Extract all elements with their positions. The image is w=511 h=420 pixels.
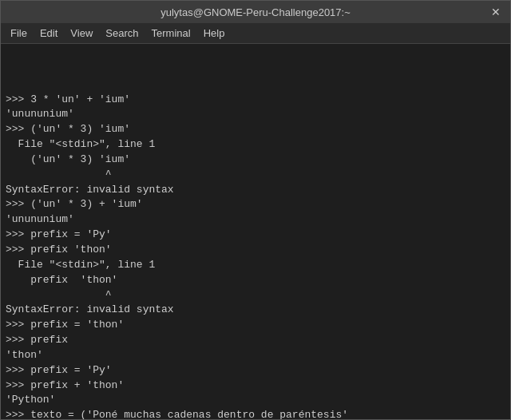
terminal-line: 'unununium' bbox=[6, 107, 505, 122]
terminal-line: 'Python' bbox=[6, 393, 505, 408]
menu-item-file[interactable]: File bbox=[4, 26, 34, 41]
terminal-line: >>> texto = ('Poné muchas cadenas dentro… bbox=[6, 408, 505, 419]
menu-item-view[interactable]: View bbox=[64, 26, 99, 41]
terminal-line: 'thon' bbox=[6, 348, 505, 363]
terminal-line: ('un' * 3) 'ium' bbox=[6, 153, 505, 168]
terminal-line: SyntaxError: invalid syntax bbox=[6, 303, 505, 318]
terminal-line: >>> 3 * 'un' + 'ium' bbox=[6, 93, 505, 108]
window-title: yulytas@GNOME-Peru-Challenge2017:~ bbox=[23, 6, 488, 18]
terminal-line: >>> prefix = 'Py' bbox=[6, 363, 505, 378]
terminal-body[interactable]: >>> 3 * 'un' + 'ium''unununium'>>> ('un'… bbox=[1, 44, 510, 419]
terminal-line: >>> prefix = 'thon' bbox=[6, 318, 505, 333]
close-button[interactable]: ✕ bbox=[488, 6, 504, 18]
menu-item-terminal[interactable]: Terminal bbox=[145, 26, 197, 41]
title-bar: yulytas@GNOME-Peru-Challenge2017:~ ✕ bbox=[1, 1, 510, 23]
terminal-line: File "<stdin>", line 1 bbox=[6, 258, 505, 273]
terminal-line: prefix 'thon' bbox=[6, 273, 505, 288]
terminal-line: >>> ('un' * 3) + 'ium' bbox=[6, 197, 505, 212]
menu-item-search[interactable]: Search bbox=[99, 26, 145, 41]
menu-item-help[interactable]: Help bbox=[197, 26, 232, 41]
terminal-line: ^ bbox=[6, 168, 505, 183]
menu-bar: FileEditViewSearchTerminalHelp bbox=[1, 23, 510, 44]
terminal-line: >>> ('un' * 3) 'ium' bbox=[6, 122, 505, 137]
terminal-line: >>> prefix bbox=[6, 333, 505, 348]
terminal-line: ^ bbox=[6, 288, 505, 303]
terminal-line: >>> prefix + 'thon' bbox=[6, 378, 505, 394]
terminal-line: File "<stdin>", line 1 bbox=[6, 137, 505, 153]
terminal-line: >>> prefix = 'Py' bbox=[6, 228, 505, 243]
terminal-line: 'unununium' bbox=[6, 212, 505, 228]
terminal-window: yulytas@GNOME-Peru-Challenge2017:~ ✕ Fil… bbox=[0, 0, 511, 420]
terminal-line: >>> prefix 'thon' bbox=[6, 243, 505, 258]
menu-item-edit[interactable]: Edit bbox=[34, 26, 64, 41]
terminal-line: SyntaxError: invalid syntax bbox=[6, 183, 505, 198]
